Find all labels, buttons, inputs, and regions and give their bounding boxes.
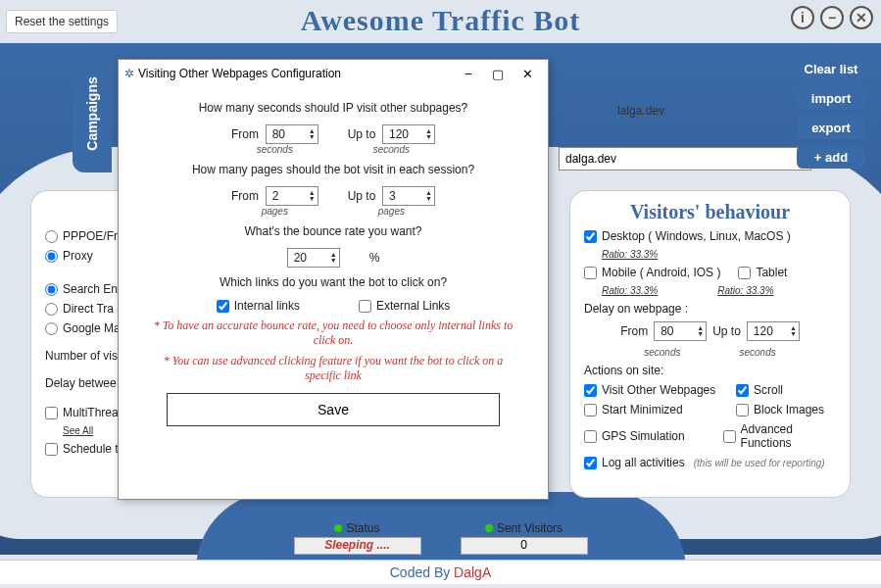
dialog-close-icon[interactable]: ✕	[513, 63, 542, 84]
visit-other-checkbox[interactable]: Visit Other Webpages	[584, 383, 731, 397]
delay-from-input[interactable]: 80▲▼	[654, 321, 707, 341]
import-button[interactable]: import	[797, 86, 865, 110]
add-button[interactable]: + add	[797, 145, 865, 169]
behaviour-title: Visitors' behaviour	[584, 201, 836, 223]
advanced-fn-checkbox[interactable]: Advanced Functions	[723, 422, 836, 450]
status-dot-icon	[334, 524, 342, 532]
campaigns-tab[interactable]: Campaigns	[73, 55, 112, 172]
log-hint: (this will be used for reporting)	[694, 458, 825, 468]
bounce-rate-input[interactable]: 20▲▼	[287, 248, 340, 268]
mobile-checkbox[interactable]: Mobile ( Android, IOS )	[584, 266, 720, 279]
visitors-dot-icon	[485, 524, 493, 532]
minimize-icon[interactable]: −	[820, 6, 844, 29]
start-minimized-checkbox[interactable]: Start Minimized	[584, 403, 731, 416]
gps-sim-checkbox[interactable]: GPS Simulation	[584, 429, 718, 443]
pages-to-input[interactable]: 3▲▼	[382, 186, 435, 206]
info-icon[interactable]: i	[791, 6, 814, 29]
close-icon[interactable]: ✕	[850, 6, 873, 29]
export-button[interactable]: export	[797, 116, 865, 139]
seconds-to-input[interactable]: 120▲▼	[382, 124, 435, 144]
dialog-minimize-icon[interactable]: −	[454, 63, 483, 84]
q-pages: How many pages should the bot visit in e…	[138, 163, 528, 176]
behaviour-panel: Visitors' behaviour Desktop ( Windows, L…	[570, 191, 850, 497]
note-bounce: * To have an accurate bounce rate, you n…	[148, 318, 518, 348]
dialog-maximize-icon[interactable]: ▢	[483, 63, 513, 84]
dialog-title: Visiting Other Webpages Configuration	[138, 67, 341, 80]
delay-to-input[interactable]: 120▲▼	[747, 321, 800, 341]
seconds-from-input[interactable]: 80▲▼	[266, 124, 318, 144]
url-list-item: lalga.dev	[617, 104, 664, 118]
status-value: Sleeping ....	[294, 537, 421, 555]
scroll-checkbox[interactable]: Scroll	[736, 383, 783, 397]
reset-settings-button[interactable]: Reset the settings	[6, 10, 118, 33]
delay-webpage-label: Delay on webpage :	[584, 302, 836, 316]
desktop-checkbox[interactable]: Desktop ( Windows, Linux, MacOS )	[584, 229, 836, 243]
actions-label: Actions on site:	[584, 364, 836, 377]
internal-links-checkbox[interactable]: Internal links	[217, 299, 300, 313]
dialog-app-icon: ✲	[124, 67, 134, 80]
clear-list-button[interactable]: Clear list	[797, 57, 865, 80]
sent-visitors-value: 0	[461, 537, 588, 555]
pages-from-input[interactable]: 2▲▼	[266, 186, 318, 206]
log-all-checkbox[interactable]: Log all activities	[584, 456, 685, 469]
external-links-checkbox[interactable]: External Links	[359, 299, 450, 313]
q-links: Which links do you want the bot to click…	[138, 275, 528, 289]
footer: Coded By DalgA	[0, 560, 881, 584]
q-bounce: What's the bounce rate you want?	[138, 224, 528, 238]
desktop-ratio[interactable]: Ratio: 33.3%	[602, 249, 836, 260]
visiting-config-dialog: ✲ Visiting Other Webpages Configuration …	[118, 59, 549, 500]
q-seconds: How many seconds should IP visit other s…	[138, 101, 528, 115]
save-button[interactable]: Save	[167, 393, 500, 426]
mobile-ratio[interactable]: Ratio: 33.3%	[602, 285, 658, 296]
app-title: Awesome Traffic Bot	[301, 4, 581, 37]
note-advanced: * You can use advanced clicking feature …	[148, 354, 518, 383]
status-label: Status	[346, 521, 379, 535]
url-input[interactable]	[559, 147, 811, 171]
block-images-checkbox[interactable]: Block Images	[736, 403, 824, 416]
sent-visitors-label: Sent Visitors	[497, 521, 563, 535]
tablet-ratio[interactable]: Ratio: 33.3%	[717, 285, 773, 296]
tablet-checkbox[interactable]: Tablet	[738, 266, 787, 279]
